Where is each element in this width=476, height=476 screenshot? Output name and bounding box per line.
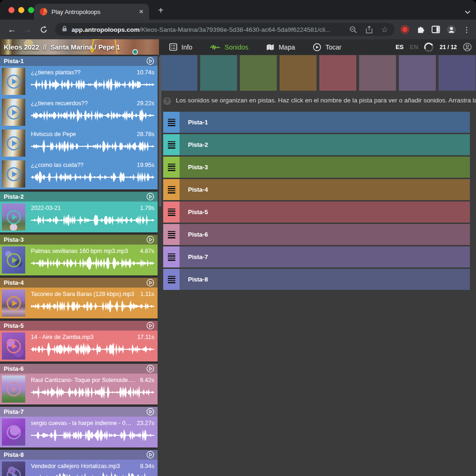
clip-thumbnail[interactable] [2, 99, 25, 126]
track-row[interactable]: Pista-8 [163, 269, 470, 290]
record-extension-icon[interactable] [400, 25, 410, 34]
zoom-window-button[interactable] [28, 7, 34, 13]
extensions-puzzle-icon[interactable] [416, 25, 425, 34]
tab-mapa[interactable]: Mapa [266, 43, 295, 51]
drag-handle-icon[interactable] [163, 179, 180, 200]
track-color-swatch[interactable] [399, 55, 436, 91]
track-play-button[interactable] [146, 57, 154, 65]
tab-search-chevron-icon[interactable] [465, 7, 470, 16]
track-color-swatch[interactable] [160, 55, 197, 91]
tab-sonidos[interactable]: Sonidos [210, 43, 248, 51]
back-button[interactable]: ← [5, 22, 19, 36]
track-row-body[interactable]: Pista-2 [180, 134, 470, 155]
clip[interactable]: 14 - Aire de Zamba.mp317.11s [0, 331, 158, 361]
track-play-button[interactable] [146, 279, 154, 287]
address-bar[interactable]: app.antropoloops.com/Kleos-Santa-Marina/… [55, 23, 395, 36]
clip-thumbnail[interactable] [2, 130, 25, 157]
lang-en-button[interactable]: EN [410, 43, 418, 50]
browser-menu-icon[interactable]: ⋮ [463, 25, 470, 34]
clip-thumbnail[interactable] [2, 332, 25, 360]
clip[interactable]: ¿¿como las cuida??19.95s [0, 159, 158, 189]
clip[interactable]: Taconeo de Sara Baras (128 kbps).mp31.11… [0, 288, 158, 318]
clip[interactable]: Hiviscus de Pepe28.78s [0, 128, 158, 159]
clip-thumbnail[interactable] [2, 68, 25, 95]
new-tab-button[interactable]: + [155, 4, 166, 16]
track-color-swatch[interactable] [359, 55, 396, 91]
track-row[interactable]: Pista-7 [163, 246, 470, 267]
clip-thumbnail[interactable] [2, 462, 25, 476]
drag-handle-icon[interactable] [163, 224, 180, 245]
lang-es-button[interactable]: ES [396, 43, 404, 50]
drag-handle-icon[interactable] [163, 246, 180, 267]
side-panel-icon[interactable] [432, 26, 440, 33]
forward-button[interactable]: → [21, 22, 35, 36]
sidebar-scrollbar[interactable] [159, 56, 161, 207]
track-play-button[interactable] [146, 365, 154, 373]
drag-handle-icon[interactable] [163, 157, 180, 178]
clip[interactable]: ¿¿tienes recuerdos??29.22s [0, 97, 158, 128]
track-header[interactable]: Pista-3 [0, 235, 158, 245]
track-header[interactable]: Pista-4 [0, 278, 158, 288]
track-row[interactable]: Pista-6 [163, 224, 470, 245]
track-play-button[interactable] [146, 236, 154, 244]
drag-handle-icon[interactable] [163, 134, 180, 155]
clip-thumbnail[interactable] [2, 418, 25, 446]
track-header[interactable]: Pista-1 [0, 56, 158, 66]
clip[interactable]: Raul Cantizano- Toque por Solenoide.mp36… [0, 374, 158, 404]
map-thumbnail[interactable]: Kleos 2022 // Santa Marina / Pepe 1 [0, 39, 159, 55]
zoom-out-icon[interactable] [349, 26, 357, 34]
bookmark-star-icon[interactable]: ☆ [381, 26, 388, 34]
track-row-body[interactable]: Pista-3 [180, 157, 470, 178]
track-header[interactable]: Pista-2 [0, 192, 158, 202]
track-row-body[interactable]: Pista-5 [180, 202, 470, 223]
profile-avatar-icon[interactable] [447, 25, 456, 35]
drag-handle-icon[interactable] [163, 112, 180, 133]
clip-thumbnail[interactable] [2, 203, 25, 231]
reload-button[interactable] [36, 22, 50, 36]
track-play-button[interactable] [146, 193, 154, 201]
account-icon[interactable] [463, 43, 472, 51]
browser-tab[interactable]: Play Antropoloops ✕ [34, 4, 149, 20]
track-color-swatch[interactable] [280, 55, 317, 91]
close-window-button[interactable] [8, 7, 14, 13]
clip-thumbnail[interactable] [2, 375, 25, 403]
track-row-body[interactable]: Pista-4 [180, 179, 470, 200]
drag-handle-icon[interactable] [163, 269, 180, 290]
track-color-swatch[interactable] [439, 55, 476, 91]
drag-handle-icon[interactable] [163, 202, 180, 223]
track-color-swatch[interactable] [319, 55, 356, 91]
tab-tocar[interactable]: Tocar [313, 43, 341, 51]
clip-thumbnail[interactable] [2, 246, 25, 274]
track-row[interactable]: Pista-4 [163, 179, 470, 200]
clip[interactable]: ¿¿tienes plantas??10.74s [0, 66, 158, 97]
url-path: /Kleos-Santa-Marina/3a79398e-5d38-4630-a… [140, 26, 331, 33]
clip[interactable]: Palmas sevillanas 160 bpm mp3.mp34.87s [0, 245, 158, 275]
clip[interactable]: 2022-03-211.79s [0, 202, 158, 232]
breadcrumb-project[interactable]: Kleos 2022 [4, 43, 39, 51]
track-header[interactable]: Pista-6 [0, 364, 158, 374]
track-play-button[interactable] [146, 322, 154, 330]
clip-thumbnail[interactable] [2, 289, 25, 317]
track-play-button[interactable] [146, 451, 154, 459]
share-icon[interactable] [366, 26, 373, 34]
track-row-body[interactable]: Pista-8 [180, 269, 470, 290]
minimize-window-button[interactable] [18, 7, 24, 13]
track-row[interactable]: Pista-1 [163, 112, 470, 133]
track-header[interactable]: Pista-5 [0, 321, 158, 331]
track-header[interactable]: Pista-8 [0, 450, 158, 460]
track-header[interactable]: Pista-7 [0, 407, 158, 417]
track-color-swatch[interactable] [240, 55, 277, 91]
close-tab-icon[interactable]: ✕ [139, 8, 144, 15]
clip[interactable]: sergio cuevas - la harpe indienne - 03 -… [0, 417, 158, 447]
clip-thumbnail[interactable] [2, 160, 25, 188]
track-row[interactable]: Pista-3 [163, 157, 470, 178]
track-row-body[interactable]: Pista-6 [180, 224, 470, 245]
tab-info[interactable]: Info [169, 43, 192, 51]
track-row[interactable]: Pista-2 [163, 134, 470, 155]
track-color-swatch[interactable] [200, 55, 237, 91]
track-play-button[interactable] [146, 408, 154, 416]
track-row-body[interactable]: Pista-7 [180, 246, 470, 267]
track-row[interactable]: Pista-5 [163, 202, 470, 223]
clip[interactable]: Vendedor callejero Hortalizas.mp38.34s [0, 460, 158, 476]
track-row-body[interactable]: Pista-1 [180, 112, 470, 133]
